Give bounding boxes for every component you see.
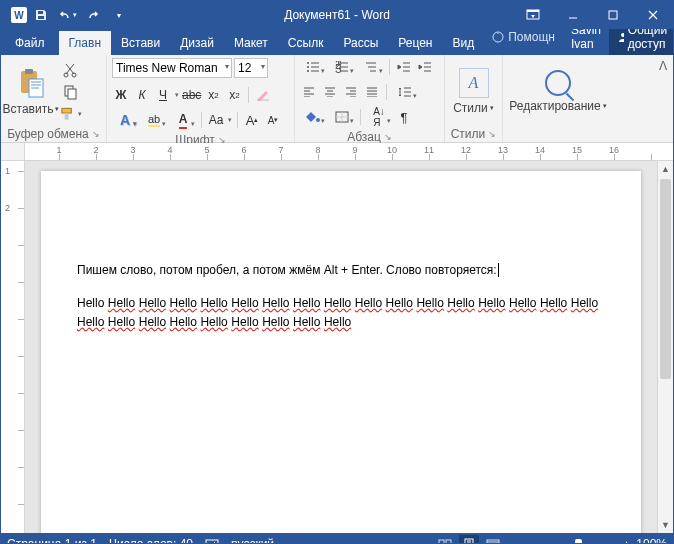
status-proofing-icon[interactable]	[205, 538, 219, 544]
svg-rect-13	[68, 89, 76, 99]
tab-insert[interactable]: Встави	[111, 31, 170, 55]
tab-home[interactable]: Главн	[59, 31, 112, 55]
svg-point-6	[621, 33, 624, 37]
tab-layout[interactable]: Макет	[224, 31, 278, 55]
paste-button[interactable]: Вставить▾	[6, 58, 56, 124]
tab-references[interactable]: Ссылк	[278, 31, 334, 55]
strike-button[interactable]: abc	[182, 86, 201, 104]
font-name-combo[interactable]: Times New Roman▾	[112, 58, 232, 78]
ruler-h-tick: 7	[278, 145, 283, 155]
view-print-button[interactable]	[459, 535, 479, 544]
bold-button[interactable]: Ж	[112, 86, 130, 104]
shading-button[interactable]	[300, 108, 326, 126]
collapse-ribbon-button[interactable]: ᐱ	[653, 55, 673, 142]
save-button[interactable]	[29, 3, 53, 27]
ruler-h-tick: 12	[461, 145, 471, 155]
clipboard-launcher[interactable]: ↘	[92, 129, 100, 139]
tab-file[interactable]: Файл	[1, 31, 59, 55]
show-marks-button[interactable]: ¶	[395, 108, 413, 126]
undo-button[interactable]: ▾	[55, 3, 79, 27]
ruler-h-tick: 2	[93, 145, 98, 155]
svg-rect-15	[65, 113, 69, 120]
cut-button[interactable]	[60, 60, 80, 80]
svg-rect-1	[38, 16, 44, 19]
clear-format-button[interactable]	[254, 86, 272, 104]
increase-indent-button[interactable]	[416, 58, 434, 76]
grow-font-button[interactable]: A▴	[243, 111, 261, 129]
zoom-level[interactable]: 100%	[636, 537, 667, 544]
decrease-indent-button[interactable]	[395, 58, 413, 76]
change-case-button[interactable]: Aa	[207, 111, 225, 129]
svg-rect-4	[609, 11, 617, 19]
window-title: Документ61 - Word	[284, 8, 390, 22]
document-viewport[interactable]: Пишем слово, потом пробел, а потом жмём …	[25, 161, 657, 533]
align-left-button[interactable]	[300, 83, 318, 101]
ruler-vertical[interactable]: 12	[1, 161, 25, 533]
ruler-h-tick: 14	[535, 145, 545, 155]
underline-button[interactable]: Ч	[154, 86, 172, 104]
zoom-in-button[interactable]: +	[623, 537, 631, 545]
svg-rect-25	[439, 540, 444, 544]
qat-customize[interactable]: ▾	[107, 3, 131, 27]
tab-view[interactable]: Вид	[443, 31, 485, 55]
borders-button[interactable]	[329, 108, 355, 126]
scrollbar-vertical[interactable]: ▲ ▼	[657, 161, 673, 533]
scroll-up-button[interactable]: ▲	[658, 161, 673, 177]
subscript-button[interactable]: x2	[204, 86, 222, 104]
ruler-h-tick: 6	[241, 145, 246, 155]
bullets-button[interactable]	[300, 58, 326, 76]
copy-button[interactable]	[60, 82, 80, 102]
format-painter-button[interactable]: ▾	[60, 104, 82, 124]
app-icon: W	[11, 7, 27, 23]
italic-button[interactable]: К	[133, 86, 151, 104]
align-right-button[interactable]	[342, 83, 360, 101]
view-web-button[interactable]	[483, 535, 503, 544]
ribbon-options-button[interactable]	[513, 1, 553, 29]
justify-button[interactable]	[363, 83, 381, 101]
styles-launcher[interactable]: ↘	[488, 129, 496, 139]
tell-me[interactable]: Помощн	[484, 26, 563, 48]
scroll-thumb[interactable]	[660, 179, 671, 379]
tab-design[interactable]: Дизай	[170, 31, 224, 55]
ruler-v-tick: 2	[5, 203, 10, 213]
line-spacing-button[interactable]	[392, 83, 418, 101]
paragraph-1[interactable]: Пишем слово, потом пробел, а потом жмём …	[77, 261, 605, 280]
scroll-down-button[interactable]: ▼	[658, 517, 673, 533]
tab-review[interactable]: Рецен	[388, 31, 442, 55]
tab-mailings[interactable]: Рассы	[333, 31, 388, 55]
styles-button[interactable]: A Стили▾	[450, 58, 497, 124]
close-button[interactable]	[633, 1, 673, 29]
styles-icon: A	[459, 68, 489, 98]
superscript-button[interactable]: x2	[225, 86, 243, 104]
status-page[interactable]: Страница 1 из 1	[7, 537, 97, 544]
ruler-h-tick: 4	[167, 145, 172, 155]
paragraph-2[interactable]: Hello Hello Hello Hello Hello Hello Hell…	[77, 294, 605, 332]
sort-button[interactable]: А↓Я	[366, 108, 392, 126]
highlight-button[interactable]: ab	[141, 111, 167, 129]
status-language[interactable]: русский	[231, 537, 274, 544]
zoom-out-button[interactable]: −	[523, 536, 531, 544]
font-color-button[interactable]: A	[170, 111, 196, 129]
redo-button[interactable]	[81, 3, 105, 27]
find-icon	[545, 70, 571, 96]
svg-rect-8	[25, 69, 33, 74]
ruler-h-tick: 1	[56, 145, 61, 155]
status-words[interactable]: Число слов: 40	[109, 537, 193, 544]
ruler-horizontal[interactable]: 12345678910111213141516	[1, 143, 673, 161]
editing-button[interactable]: Редактирование▾	[509, 58, 607, 124]
view-read-button[interactable]	[435, 535, 455, 544]
svg-rect-24	[206, 540, 218, 544]
minimize-button[interactable]	[553, 1, 593, 29]
paragraph-launcher[interactable]: ↘	[384, 132, 392, 142]
numbering-button[interactable]: 123	[329, 58, 355, 76]
multilevel-button[interactable]	[358, 58, 384, 76]
maximize-button[interactable]	[593, 1, 633, 29]
align-center-button[interactable]	[321, 83, 339, 101]
svg-rect-14	[62, 108, 71, 113]
svg-point-22	[316, 118, 320, 122]
font-size-combo[interactable]: 12▾	[234, 58, 268, 78]
page[interactable]: Пишем слово, потом пробел, а потом жмём …	[41, 171, 641, 533]
shrink-font-button[interactable]: A▾	[264, 111, 282, 129]
text-effects-button[interactable]: A	[112, 111, 138, 129]
ruler-h-tick: 9	[352, 145, 357, 155]
